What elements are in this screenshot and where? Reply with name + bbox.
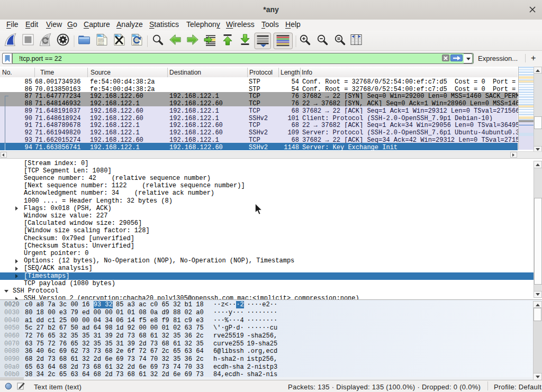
- svg-text:0111: 0111: [98, 43, 104, 45]
